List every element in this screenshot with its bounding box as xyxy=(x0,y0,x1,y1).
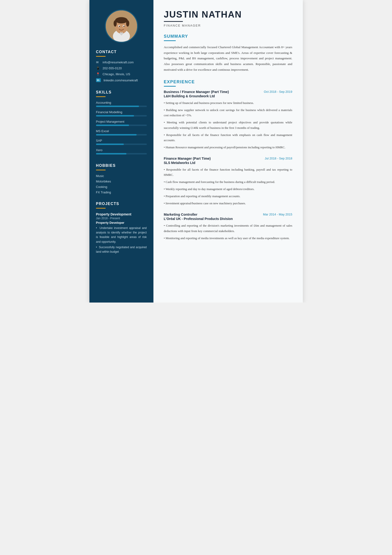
contact-title: CONTACT xyxy=(96,50,147,54)
experience-section: EXPERIENCE Business / Finance Manager (P… xyxy=(164,80,292,241)
svg-point-10 xyxy=(123,26,124,27)
phone-icon: 📱 xyxy=(96,66,101,70)
skills-list: Accounting Financial Modelling Project M… xyxy=(96,101,147,154)
exp-company-3: L'Oréal UK - Professional Products Divis… xyxy=(164,217,292,221)
project-bullet-1: • Undertake investment appraisal and ana… xyxy=(96,226,147,244)
experience-divider xyxy=(164,86,176,87)
exp-job-2: Finance Manager (Part Time) Jul 2018 - S… xyxy=(164,157,292,206)
exp-bullet-1-2: Building new supplier network to unlock … xyxy=(164,108,292,118)
exp-dates-3: Mar 2014 - May 2015 xyxy=(263,213,292,216)
candidate-title: FINANCE MANAGER xyxy=(164,24,292,27)
avatar-container xyxy=(89,0,153,50)
skill-ms-excel: MS Excel xyxy=(96,129,147,136)
name-divider xyxy=(164,21,183,22)
exp-header-1: Business / Finance Manager (Part Time) O… xyxy=(164,90,292,94)
exp-job-title-3: Marketing Controller xyxy=(164,213,198,216)
contact-email: ✉ info@resumekraft.com xyxy=(96,60,147,64)
hobby-motorbikes: Motorbikes xyxy=(96,180,147,183)
exp-bullet-1-1: Setting up of financial and business pro… xyxy=(164,100,292,106)
skill-accounting: Accounting xyxy=(96,101,147,107)
hobbies-divider xyxy=(96,170,106,170)
hobby-fx-trading: FX Trading xyxy=(96,190,147,194)
exp-dates-1: Oct 2018 - Sep 2019 xyxy=(264,90,292,94)
name-block: JUSTIN NATHAN FINANCE MANAGER xyxy=(164,9,292,27)
contact-section: CONTACT ✉ info@resumekraft.com 📱 202-555… xyxy=(89,50,153,84)
exp-job-title-2: Finance Manager (Part Time) xyxy=(164,157,211,161)
exp-company-2: SLS Metalworks Ltd xyxy=(164,161,292,165)
location-icon: 📍 xyxy=(96,72,101,76)
skill-bar-fill xyxy=(96,115,134,117)
summary-divider xyxy=(164,40,176,41)
skill-bar-bg xyxy=(96,144,147,145)
hobby-music: Music xyxy=(96,174,147,178)
contact-linkedin: in linkedin.com/resumekraft xyxy=(96,78,147,82)
contact-divider xyxy=(96,56,106,57)
project-property-dev: Property Development Jan 2018 - Present … xyxy=(96,212,147,254)
email-icon: ✉ xyxy=(96,60,101,64)
sidebar: CONTACT ✉ info@resumekraft.com 📱 202-555… xyxy=(89,0,153,303)
exp-bullet-3-2: Monitoring and reporting of media invest… xyxy=(164,236,292,241)
svg-point-5 xyxy=(114,20,117,26)
contact-location: 📍 Chicago, Illinois, US xyxy=(96,72,147,76)
main-content: JUSTIN NATHAN FINANCE MANAGER SUMMARY Ac… xyxy=(153,0,303,303)
exp-bullet-1-4: Responsible for all facets of the financ… xyxy=(164,132,292,143)
exp-header-3: Marketing Controller Mar 2014 - May 2015 xyxy=(164,213,292,216)
avatar xyxy=(105,9,138,43)
skill-bar-fill xyxy=(96,144,124,145)
projects-divider xyxy=(96,208,106,209)
exp-bullet-1-3: Meeting with potential clients to unders… xyxy=(164,120,292,130)
skill-bar-fill xyxy=(96,106,139,107)
skill-financial-modelling: Financial Modelling xyxy=(96,110,147,117)
hobby-cooking: Cooking xyxy=(96,185,147,189)
exp-job-title-1: Business / Finance Manager (Part Time) xyxy=(164,90,229,94)
exp-header-2: Finance Manager (Part Time) Jul 2018 - S… xyxy=(164,157,292,161)
skill-bar-fill xyxy=(96,153,126,154)
skill-bar-bg xyxy=(96,106,147,107)
summary-section: SUMMARY Accomplished and commercially fo… xyxy=(164,34,292,72)
skill-bar-bg xyxy=(96,124,147,126)
projects-section: PROJECTS Property Development Jan 2018 -… xyxy=(89,202,153,257)
skill-bar-bg xyxy=(96,134,147,136)
experience-title: EXPERIENCE xyxy=(164,80,292,84)
skill-bar-bg xyxy=(96,153,147,154)
linkedin-icon: in xyxy=(96,78,101,82)
hobbies-title: HOBBIES xyxy=(96,163,147,168)
summary-text: Accomplished and commercially focused Ch… xyxy=(164,44,292,72)
skills-divider xyxy=(96,96,106,97)
exp-bullet-2-3: Weekly reporting and day to day manageme… xyxy=(164,187,292,192)
svg-point-4 xyxy=(115,17,128,23)
resume-container: CONTACT ✉ info@resumekraft.com 📱 202-555… xyxy=(89,0,303,303)
exp-bullet-2-4: Preparation and reporting of monthly man… xyxy=(164,194,292,199)
summary-title: SUMMARY xyxy=(164,34,292,39)
svg-point-9 xyxy=(119,26,120,27)
exp-job-3: Marketing Controller Mar 2014 - May 2015… xyxy=(164,213,292,241)
contact-phone: 📱 202-555-0120 xyxy=(96,66,147,70)
project-bullet-2: • Successfully negotiated and acquired l… xyxy=(96,245,147,254)
skill-project-management: Project Management xyxy=(96,120,147,126)
exp-bullet-1-5: Human Resource management and processing… xyxy=(164,145,292,150)
skill-xero: Xero xyxy=(96,148,147,154)
skill-sap: SAP xyxy=(96,139,147,145)
skills-title: SKILLS xyxy=(96,90,147,95)
svg-point-6 xyxy=(126,20,129,26)
exp-bullet-2-1: Responsible for all facets of the financ… xyxy=(164,167,292,177)
skill-bar-fill xyxy=(96,134,137,136)
skill-bar-fill xyxy=(96,124,129,126)
exp-company-1: L&H Building & Groundwork Ltd xyxy=(164,94,292,98)
exp-bullet-2-5: Investment appraisal/business case on ne… xyxy=(164,201,292,206)
contact-list: ✉ info@resumekraft.com 📱 202-555-0120 📍 … xyxy=(96,60,147,82)
exp-dates-2: Jul 2018 - Sep 2018 xyxy=(265,157,292,160)
exp-bullet-3-1: Controlling and reporting of the divisio… xyxy=(164,223,292,234)
skills-section: SKILLS Accounting Financial Modelling Pr… xyxy=(89,90,153,158)
candidate-name: JUSTIN NATHAN xyxy=(164,9,292,20)
exp-job-1: Business / Finance Manager (Part Time) O… xyxy=(164,90,292,150)
projects-title: PROJECTS xyxy=(96,202,147,206)
hobbies-section: HOBBIES Music Motorbikes Cooking FX Trad… xyxy=(89,163,153,196)
skill-bar-bg xyxy=(96,115,147,117)
exp-bullet-2-2: Cash flow management and forecasting for… xyxy=(164,179,292,185)
